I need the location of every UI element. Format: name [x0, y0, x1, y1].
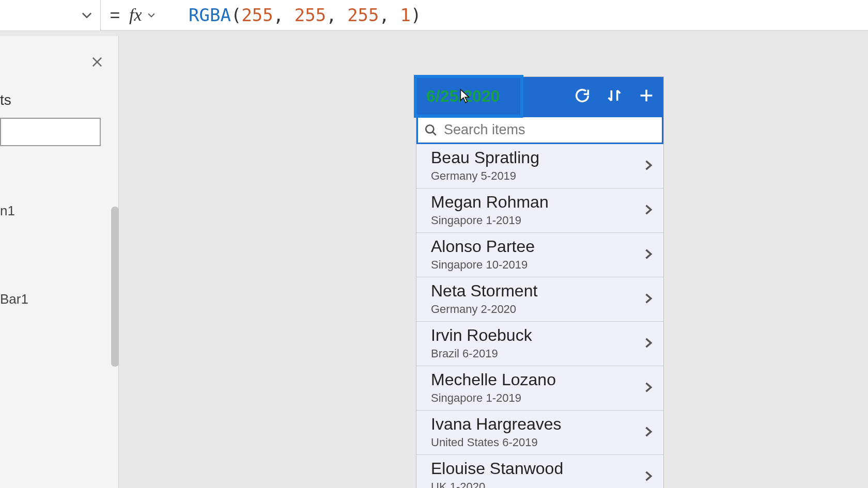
- formula-open-paren: (: [231, 5, 241, 25]
- list-item-title: Elouise Stanwood: [431, 459, 654, 478]
- panel-heading: ts: [0, 92, 118, 108]
- svg-point-0: [426, 125, 433, 133]
- list-item[interactable]: Megan Rohman Singapore 1-2019: [416, 188, 663, 233]
- chevron-right-icon[interactable]: [641, 469, 655, 485]
- sort-button[interactable]: [606, 87, 623, 106]
- list-item-title: Ivana Hargreaves: [431, 415, 654, 434]
- sort-icon: [606, 87, 623, 104]
- list-item-title: Irvin Roebuck: [431, 326, 654, 345]
- canvas-area[interactable]: 6/25/2020 Search items: [119, 36, 868, 488]
- formula-arg-3: 1: [400, 5, 411, 25]
- list-item-title: Beau Spratling: [431, 148, 654, 167]
- list-item-subtitle: Brazil 6-2019: [431, 347, 654, 360]
- app-title-text: 6/25/2020: [426, 87, 500, 106]
- tree-item-1[interactable]: n1: [0, 203, 118, 219]
- search-row[interactable]: Search items: [416, 116, 663, 144]
- chevron-down-icon: [80, 8, 94, 22]
- formula-arg-1: 255: [295, 5, 326, 25]
- chevron-right-icon[interactable]: [641, 247, 655, 263]
- chevron-right-icon[interactable]: [641, 424, 655, 441]
- list-item[interactable]: Ivana Hargreaves United States 6-2019: [416, 411, 663, 455]
- panel-search-input[interactable]: [0, 118, 101, 146]
- chevron-right-icon[interactable]: [641, 336, 655, 352]
- chevron-right-icon[interactable]: [641, 380, 655, 397]
- list-item-subtitle: United States 6-2019: [431, 436, 654, 449]
- list-item-title: Neta Storment: [431, 281, 654, 301]
- fx-label[interactable]: fx: [129, 5, 173, 25]
- list-item[interactable]: Alonso Partee Singapore 10-2019: [416, 233, 663, 277]
- list-item-subtitle: Singapore 1-2019: [431, 391, 654, 405]
- list-item-subtitle: UK 1-2020: [431, 480, 654, 488]
- property-dropdown[interactable]: [0, 0, 101, 30]
- close-button[interactable]: [87, 52, 107, 72]
- formula-arg-0: 255: [241, 5, 273, 25]
- list-item-subtitle: Singapore 10-2019: [431, 258, 654, 272]
- list-item[interactable]: Mechelle Lozano Singapore 1-2019: [416, 366, 663, 411]
- app-header: 6/25/2020: [416, 77, 663, 116]
- list-item[interactable]: Irvin Roebuck Brazil 6-2019: [416, 322, 663, 366]
- formula-close-paren: ): [411, 5, 421, 25]
- app-screen[interactable]: 6/25/2020 Search items: [416, 76, 664, 488]
- search-icon: [424, 123, 438, 137]
- list-item-subtitle: Germany 5-2019: [431, 169, 654, 183]
- list-item-subtitle: Germany 2-2020: [431, 303, 654, 316]
- search-placeholder: Search items: [444, 122, 525, 138]
- formula-arg-2: 255: [347, 5, 379, 25]
- formula-comma: ,: [273, 5, 295, 25]
- item-list: Beau Spratling Germany 5-2019 Megan Rohm…: [416, 144, 663, 488]
- formula-input[interactable]: RGBA(255, 255, 255, 1): [173, 5, 421, 25]
- equals-sign: =: [101, 5, 129, 25]
- list-item-subtitle: Singapore 1-2019: [431, 214, 654, 227]
- formula-fn-name: RGBA: [189, 5, 231, 25]
- left-panel: ts n1 Bar1: [0, 36, 119, 488]
- close-icon: [90, 55, 104, 69]
- add-button[interactable]: [638, 87, 655, 106]
- refresh-button[interactable]: [574, 87, 591, 106]
- list-item-title: Alonso Partee: [431, 237, 654, 256]
- fx-text: fx: [129, 5, 142, 25]
- chevron-down-icon: [146, 10, 157, 20]
- refresh-icon: [574, 87, 591, 104]
- list-item[interactable]: Beau Spratling Germany 5-2019: [416, 144, 663, 188]
- plus-icon: [638, 87, 655, 104]
- header-icons: [574, 87, 655, 106]
- chevron-right-icon[interactable]: [641, 158, 655, 175]
- scrollbar-thumb[interactable]: [111, 207, 119, 367]
- formula-comma: ,: [379, 5, 400, 25]
- tree-item-2[interactable]: Bar1: [0, 291, 118, 307]
- list-item-title: Mechelle Lozano: [431, 370, 654, 389]
- formula-comma: ,: [326, 5, 347, 25]
- list-item[interactable]: Elouise Stanwood UK 1-2020: [416, 455, 663, 488]
- list-item[interactable]: Neta Storment Germany 2-2020: [416, 277, 663, 322]
- list-item-title: Megan Rohman: [431, 193, 654, 212]
- chevron-right-icon[interactable]: [641, 202, 655, 219]
- formula-bar: = fx RGBA(255, 255, 255, 1): [0, 0, 868, 31]
- chevron-right-icon[interactable]: [641, 291, 655, 308]
- selected-title-label[interactable]: 6/25/2020: [414, 75, 523, 118]
